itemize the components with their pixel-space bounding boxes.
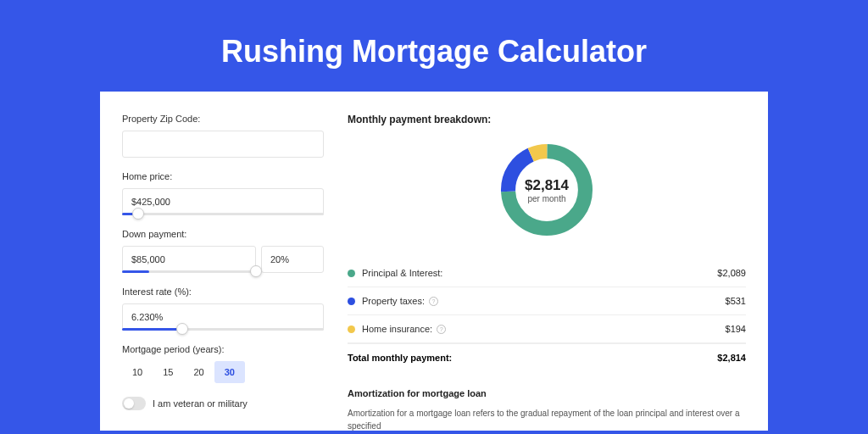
total-label: Total monthly payment: bbox=[348, 353, 452, 363]
zip-input[interactable] bbox=[122, 131, 324, 158]
total-row: Total monthly payment: $2,814 bbox=[348, 343, 746, 371]
donut-chart: $2,814 per month bbox=[496, 139, 598, 241]
legend-label: Home insurance: ? bbox=[362, 324, 446, 334]
breakdown-panel: Monthly payment breakdown: $2,814 per mo… bbox=[348, 114, 746, 409]
legend-value: $531 bbox=[726, 296, 746, 306]
home-price-label: Home price: bbox=[122, 171, 324, 181]
period-15-button[interactable]: 15 bbox=[153, 361, 183, 383]
veteran-toggle[interactable] bbox=[122, 397, 146, 410]
form-panel: Property Zip Code: Home price: Down paym… bbox=[122, 114, 324, 409]
down-payment-input[interactable] bbox=[122, 246, 256, 273]
period-buttons: 10 15 20 30 bbox=[122, 361, 324, 383]
amortization-title: Amortization for mortgage loan bbox=[348, 388, 746, 398]
veteran-label: I am veteran or military bbox=[153, 398, 248, 409]
legend-text: Home insurance: bbox=[362, 324, 432, 334]
info-icon[interactable]: ? bbox=[429, 297, 438, 306]
legend-value: $2,089 bbox=[717, 268, 746, 278]
period-20-button[interactable]: 20 bbox=[184, 361, 214, 383]
zip-field: Property Zip Code: bbox=[122, 114, 324, 158]
rate-input[interactable] bbox=[122, 303, 324, 331]
page-title: Rushing Mortgage Calculator bbox=[0, 0, 868, 92]
donut-center: $2,814 per month bbox=[496, 139, 598, 241]
slider-thumb[interactable] bbox=[176, 323, 188, 335]
period-30-button[interactable]: 30 bbox=[214, 361, 245, 383]
rate-slider[interactable] bbox=[122, 328, 324, 331]
slider-thumb[interactable] bbox=[132, 208, 144, 220]
home-price-slider[interactable] bbox=[122, 213, 324, 215]
donut-chart-wrap: $2,814 per month bbox=[348, 139, 746, 241]
period-10-button[interactable]: 10 bbox=[122, 361, 153, 383]
amortization-section: Amortization for mortgage loan Amortizat… bbox=[348, 388, 746, 431]
zip-label: Property Zip Code: bbox=[122, 114, 324, 124]
down-payment-slider[interactable] bbox=[122, 270, 256, 273]
total-value: $2,814 bbox=[717, 353, 746, 363]
down-payment-field: Down payment: bbox=[122, 229, 324, 273]
breakdown-title: Monthly payment breakdown: bbox=[348, 114, 746, 125]
period-label: Mortgage period (years): bbox=[122, 344, 324, 354]
legend-text: Property taxes: bbox=[362, 296, 425, 306]
rate-field: Interest rate (%): bbox=[122, 287, 324, 331]
rate-label: Interest rate (%): bbox=[122, 287, 324, 297]
home-price-input[interactable] bbox=[122, 188, 324, 215]
dot-icon bbox=[348, 298, 355, 305]
donut-amount: $2,814 bbox=[525, 177, 569, 194]
dot-icon bbox=[348, 270, 355, 277]
dot-icon bbox=[348, 326, 355, 333]
legend-insurance: Home insurance: ? $194 bbox=[348, 315, 746, 343]
calculator-card: Property Zip Code: Home price: Down paym… bbox=[100, 92, 768, 431]
legend-label: Property taxes: ? bbox=[362, 296, 438, 306]
legend-value: $194 bbox=[726, 324, 746, 334]
amortization-text: Amortization for a mortgage loan refers … bbox=[348, 407, 746, 431]
down-payment-label: Down payment: bbox=[122, 229, 324, 239]
down-payment-pct-input[interactable] bbox=[261, 246, 324, 273]
info-icon[interactable]: ? bbox=[437, 325, 446, 334]
legend-principal: Principal & Interest: $2,089 bbox=[348, 259, 746, 287]
legend-label: Principal & Interest: bbox=[362, 268, 442, 278]
donut-sub: per month bbox=[527, 194, 565, 203]
slider-thumb[interactable] bbox=[250, 265, 262, 277]
home-price-field: Home price: bbox=[122, 171, 324, 215]
legend-taxes: Property taxes: ? $531 bbox=[348, 287, 746, 315]
period-field: Mortgage period (years): 10 15 20 30 bbox=[122, 344, 324, 383]
veteran-row: I am veteran or military bbox=[122, 397, 324, 410]
